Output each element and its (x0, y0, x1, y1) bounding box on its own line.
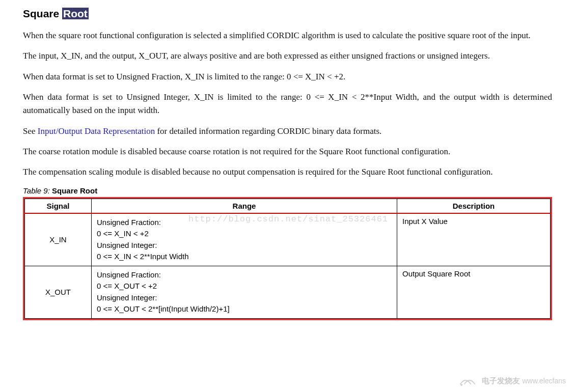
paragraph-4: When data format is set to Unsigned Inte… (23, 91, 552, 118)
p5-post: for detailed information regarding CORDI… (155, 126, 381, 136)
range-line: 0 <= X_IN < 2**Input Width (97, 251, 392, 263)
elecfans-icon (458, 374, 479, 388)
range-line: Unsigned Integer: (97, 240, 392, 251)
table-highlight-box: Signal Range Description X_IN Unsigned F… (23, 197, 552, 320)
title-part1: Square (23, 8, 62, 19)
paragraph-3: When data format is set to Unsigned Frac… (23, 70, 552, 83)
cell-description: Input X Value (397, 213, 551, 266)
range-line: 0 <= X_IN < +2 (97, 228, 392, 240)
document-content: Square Root When the square root functio… (0, 0, 575, 320)
range-line: Unsigned Fraction: (97, 217, 392, 229)
paragraph-6: The coarse rotation module is disabled b… (23, 145, 552, 158)
range-line: 0 <= X_OUT < +2 (97, 281, 392, 292)
cell-range: Unsigned Fraction: 0 <= X_IN < +2 Unsign… (92, 213, 397, 266)
title-highlight: Root (62, 8, 89, 19)
cell-signal: X_OUT (25, 266, 92, 318)
col-description: Description (397, 199, 551, 213)
square-root-table: Signal Range Description X_IN Unsigned F… (24, 199, 551, 319)
paragraph-2: The input, X_IN, and the output, X_OUT, … (23, 49, 552, 63)
paragraph-5: See Input/Output Data Representation for… (23, 125, 552, 138)
caption-title: Square Root (52, 186, 97, 195)
range-line: Unsigned Integer: (97, 292, 392, 304)
range-line: Unsigned Fraction: (97, 269, 392, 281)
paragraph-1: When the square root functional configur… (23, 29, 552, 42)
caption-label: Table (23, 186, 41, 195)
range-line: 0 <= X_OUT < 2**[int(Input Width/2)+1] (97, 303, 392, 315)
site-url: www.elecfans (522, 377, 566, 385)
paragraph-7: The compensation scaling module is disab… (23, 165, 552, 179)
caption-number: 9: (43, 186, 50, 195)
table-row: X_OUT Unsigned Fraction: 0 <= X_OUT < +2… (25, 266, 551, 318)
data-representation-link[interactable]: Input/Output Data Representation (38, 126, 155, 136)
site-watermark: 电子发烧友 www.elecfans (458, 374, 566, 388)
p5-pre: See (23, 126, 38, 136)
table-caption: Table 9: Square Root (23, 186, 552, 195)
col-range: Range (92, 199, 397, 213)
col-signal: Signal (25, 199, 92, 213)
table-header-row: Signal Range Description (25, 199, 551, 213)
cell-range: Unsigned Fraction: 0 <= X_OUT < +2 Unsig… (92, 266, 397, 318)
cell-signal: X_IN (25, 213, 92, 266)
cell-description: Output Square Root (397, 266, 551, 318)
section-title: Square Root (23, 8, 552, 20)
svg-point-0 (460, 384, 462, 386)
table-row: X_IN Unsigned Fraction: 0 <= X_IN < +2 U… (25, 213, 551, 266)
